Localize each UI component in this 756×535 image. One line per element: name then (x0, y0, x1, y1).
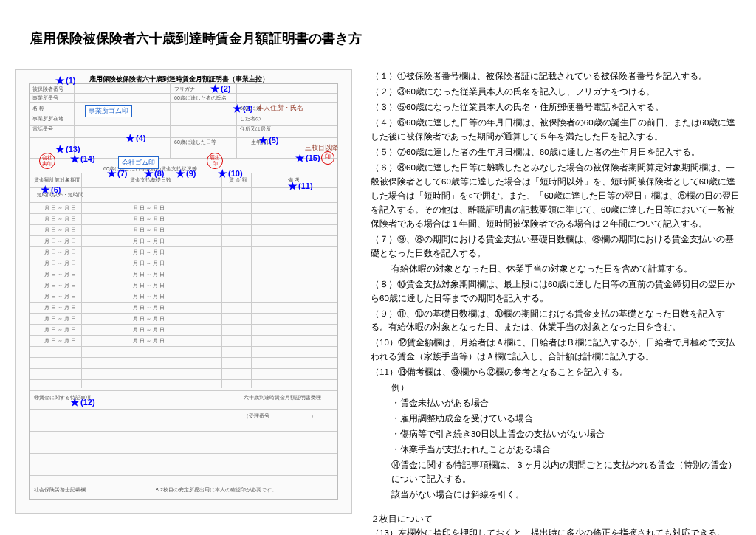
rowb-13: 月 日 ～ 月 日 (133, 337, 165, 345)
page-title: 雇用保険被保険者六十歳到達時賃金月額証明書の書き方 (30, 30, 726, 47)
rowb-3: 月 日 ～ 月 日 (133, 227, 165, 234)
lbl-name: 60歳に達した者の氏名 (174, 94, 227, 102)
lbl-col-period: 賃金額計算対象期間 (34, 176, 80, 184)
form-panel: 雇用保険被保険者六十歳到達時賃金月額証明書（事業主控） (15, 69, 352, 535)
inst-11a: ・賃金未払いがある場合 (371, 396, 741, 410)
inst-2: （２）③60歳になった従業員本人の氏名を記入し、フリガナをつける。 (371, 85, 741, 99)
marker-10: ★(10) (218, 168, 243, 179)
marker-12: ★(12) (70, 396, 95, 408)
rowb-2: 月 日 ～ 月 日 (133, 215, 165, 223)
row-4: 月 日 ～ 月 日 (44, 238, 76, 245)
row-2: 月 日 ～ 月 日 (44, 215, 76, 223)
lbl-name2: 名 称 (32, 105, 44, 112)
inst-11e: ⑭賃金に関する特記事項欄は、３ヶ月以内の期間ごとに支払われる賃金（特別の賃金）に… (371, 458, 741, 486)
inst-13: （13）左欄外に捨印を押印しておくと、提出時に多少の修正を指摘されても対応できる… (371, 526, 741, 535)
row-7: 月 日 ～ 月 日 (44, 271, 76, 278)
lbl-office-head: 社会保険労務士記載欄 (34, 486, 86, 494)
inst-4: （４）⑥60歳に達した日等の年月日欄は、被保険者の60歳の誕生日の前日、または6… (371, 116, 741, 144)
row-11: 月 日 ～ 月 日 (44, 315, 76, 322)
annot-address: 本人住所・氏名 (257, 103, 303, 113)
marker-15: ★(15) (295, 152, 320, 164)
lbl-receipt: 六十歳到達時賃金月額証明書受理 (244, 394, 321, 401)
inst-6: （６）⑧60歳に達した日等に離職したとみなした場合の被保険者期間算定対象期間欄は… (371, 161, 741, 231)
stamp-notify: 届出印 (207, 153, 223, 169)
rowb-4: 月 日 ～ 月 日 (133, 238, 165, 245)
inst-8: （８）⑩賃金支払対象期間欄は、最上段には60歳に達した日等の直前の賃金締切日の翌… (371, 277, 741, 306)
inst-11c: ・傷病等で引き続き30日以上賃金の支払いがない場合 (371, 427, 741, 441)
marker-3: ★(3) (233, 103, 252, 114)
row-12: 月 日 ～ 月 日 (44, 326, 76, 334)
rowb-1: 月 日 ～ 月 日 (133, 204, 165, 212)
box-office-stamp: 事業所ゴム印 (85, 105, 132, 117)
marker-8: ★(8) (144, 168, 164, 179)
inst-10: （10）⑫賃金額欄は、月給者はＡ欄に、日給者はＢ欄に記入するが、日給者で月極めで… (371, 336, 741, 364)
row-3: 月 日 ～ 月 日 (44, 227, 76, 234)
rowb-7: 月 日 ～ 月 日 (133, 271, 165, 278)
inst-11f: 該当がない場合には斜線を引く。 (371, 488, 741, 502)
row-5: 月 日 ～ 月 日 (44, 249, 76, 256)
rowb-8: 月 日 ～ 月 日 (133, 282, 165, 289)
inst-5: （５）⑦60歳に達した者の生年月日欄は、60歳に達した者の生年月日を記入する。 (371, 145, 741, 159)
lbl-addr: 事業所所在地 (32, 115, 63, 122)
inst-7: （７）⑨、⑧の期間における賃金支払い基礎日数欄は、⑧欄の期間における賃金支払いの… (371, 232, 741, 260)
lbl-60tel: 住所又は居所 (240, 125, 271, 133)
stamp-confirm: 印 (321, 151, 334, 165)
marker-2: ★(2) (210, 83, 230, 94)
lbl-tel: 電話番号 (32, 125, 53, 133)
lbl-60addr: した者の (240, 115, 261, 122)
rowb-5: 月 日 ～ 月 日 (133, 249, 165, 256)
stamp-company-seal: 会社実印 (39, 153, 55, 169)
inst-11: （11）⑬備考欄は、⑨欄から⑫欄の参考となることを記入する。 (371, 365, 741, 379)
lbl-handler: （受理番号 ） (244, 413, 316, 420)
marker-14: ★(14) (70, 153, 95, 165)
lbl-furigana: フリガナ (174, 86, 195, 93)
rowb-12: 月 日 ～ 月 日 (133, 326, 165, 334)
row-9: 月 日 ～ 月 日 (44, 293, 76, 300)
lbl-office-no: 事業所番号 (32, 94, 58, 102)
marker-11: ★(11) (288, 180, 313, 192)
lbl-bottom-note: ※2枚目の安定所提出用に本人の確認印が必要です。 (155, 486, 277, 494)
lbl-60date: 60歳に達した日等 (174, 139, 216, 146)
annot-3sheets: 三枚目以降 (305, 143, 338, 153)
rowb-6: 月 日 ～ 月 日 (133, 260, 165, 267)
rowb-10: 月 日 ～ 月 日 (133, 304, 165, 311)
form-mock: 雇用保険被保険者六十歳到達時賃金月額証明書（事業主控） (15, 69, 352, 514)
marker-9: ★(9) (176, 168, 196, 179)
marker-4: ★(4) (126, 132, 145, 144)
row-6: 月 日 ～ 月 日 (44, 260, 76, 267)
inst-9: （９）⑪、⑩の基礎日数欄は、⑩欄の期間における賃金支払の基礎となった日数を記入す… (371, 307, 741, 335)
marker-1: ★(1) (55, 75, 75, 86)
rowb-9: 月 日 ～ 月 日 (133, 293, 165, 300)
inst-3: （３）⑤60歳になった従業員本人の氏名・住所郵便番号電話を記入する。 (371, 100, 741, 114)
row-1: 月 日 ～ 月 日 (44, 204, 76, 212)
marker-5: ★(5) (258, 134, 278, 146)
marker-7: ★(7) (107, 168, 127, 179)
row-10: 月 日 ～ 月 日 (44, 304, 76, 311)
inst-1: （１）①被保険者番号欄は、被保険者証に記載されている被保険者番号を記入する。 (371, 69, 741, 83)
marker-6: ★(6) (41, 184, 61, 196)
lbl-insured-no: 被保険者番号 (32, 86, 63, 93)
instructions-panel: （１）①被保険者番号欄は、被保険者証に記載されている被保険者番号を記入する。 （… (371, 69, 741, 535)
inst-7-sub: 有給休暇の対象となった日、休業手当の対象となった日を含めて計算する。 (371, 262, 741, 276)
main-layout: 雇用保険被保険者六十歳到達時賃金月額証明書（事業主控） (15, 69, 741, 535)
inst-11d: ・休業手当が支払われたことがある場合 (371, 443, 741, 457)
row-8: 月 日 ～ 月 日 (44, 282, 76, 289)
page2-title: ２枚目について (371, 512, 741, 526)
inst-11b: ・雇用調整助成金を受けている場合 (371, 412, 741, 426)
inst-11-ex: 例） (371, 381, 741, 395)
row-13: 月 日 ～ 月 日 (44, 337, 76, 345)
rowb-11: 月 日 ～ 月 日 (133, 315, 165, 322)
